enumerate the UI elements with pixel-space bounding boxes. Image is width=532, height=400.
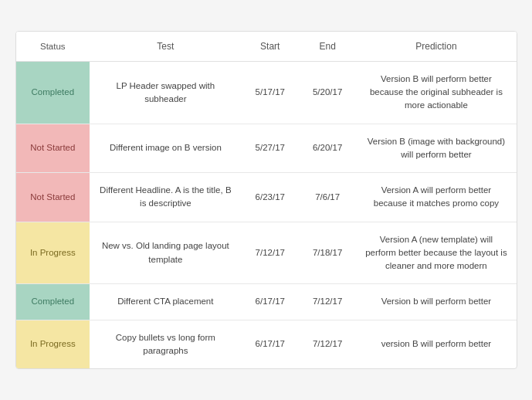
start-cell: 7/12/17 — [242, 222, 299, 284]
start-cell: 5/17/17 — [242, 61, 299, 124]
main-table-wrapper: Status Test Start End Prediction Complet… — [15, 31, 517, 369]
end-cell: 7/6/17 — [299, 173, 356, 222]
test-cell: Different CTA placement — [90, 284, 242, 320]
test-cell: Different image on B version — [90, 124, 242, 173]
status-cell: Completed — [16, 61, 90, 124]
end-cell: 7/12/17 — [299, 284, 356, 320]
table-row: In Progress Copy bullets vs long form pa… — [16, 320, 517, 368]
start-cell: 6/17/17 — [242, 284, 299, 320]
prediction-cell: Version b will perform better — [356, 284, 516, 320]
test-cell: New vs. Old landing page layout template — [90, 222, 242, 284]
status-cell: Not Started — [16, 124, 90, 173]
header-start: Start — [242, 32, 299, 62]
header-end: End — [299, 32, 356, 62]
header-test: Test — [90, 32, 242, 62]
start-cell: 6/17/17 — [242, 320, 299, 368]
prediction-cell: Version A (new template) will perform be… — [356, 222, 516, 284]
test-cell: LP Header swapped with subheader — [90, 61, 242, 124]
start-cell: 5/27/17 — [242, 124, 299, 173]
start-cell: 6/23/17 — [242, 173, 299, 222]
end-cell: 5/20/17 — [299, 61, 356, 124]
table-row: Completed Different CTA placement 6/17/1… — [16, 284, 517, 320]
table-row: Not Started Different Headline. A is the… — [16, 173, 517, 222]
end-cell: 7/12/17 — [299, 320, 356, 368]
table-row: Completed LP Header swapped with subhead… — [16, 61, 517, 124]
prediction-cell: version B will perform better — [356, 320, 516, 368]
status-cell: In Progress — [16, 320, 90, 368]
end-cell: 6/20/17 — [299, 124, 356, 173]
prediction-cell: Version A will perform better because it… — [356, 173, 516, 222]
test-cell: Copy bullets vs long form paragraphs — [90, 320, 242, 368]
status-cell: Not Started — [16, 173, 90, 222]
status-cell: In Progress — [16, 222, 90, 284]
header-prediction: Prediction — [356, 32, 516, 62]
prediction-cell: Version B (image with background) will p… — [356, 124, 516, 173]
status-cell: Completed — [16, 284, 90, 320]
test-cell: Different Headline. A is the title, B is… — [90, 173, 242, 222]
ab-test-table: Status Test Start End Prediction Complet… — [16, 32, 517, 368]
end-cell: 7/18/17 — [299, 222, 356, 284]
table-row: In Progress New vs. Old landing page lay… — [16, 222, 517, 284]
table-row: Not Started Different image on B version… — [16, 124, 517, 173]
prediction-cell: Version B will perform better because th… — [356, 61, 516, 124]
table-header-row: Status Test Start End Prediction — [16, 32, 517, 62]
header-status: Status — [16, 32, 90, 62]
